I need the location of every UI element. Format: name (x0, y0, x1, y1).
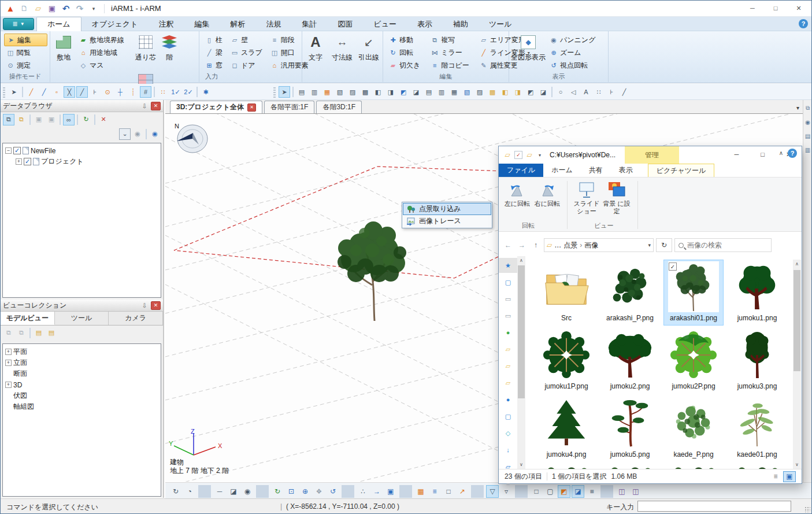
slab-button[interactable]: ▭スラブ (228, 46, 265, 59)
remove-filter-icon[interactable]: ✕ (98, 114, 109, 125)
view-list-icon[interactable]: ≡ (428, 485, 441, 498)
point-snap-icon[interactable]: ┼ (114, 86, 126, 98)
intersection-snap-icon[interactable]: ╳ (64, 86, 75, 98)
binoculars-icon[interactable]: ◉ (132, 128, 143, 140)
details-view-button[interactable]: ≡ (769, 471, 782, 482)
panel-close-button[interactable]: ✕ (151, 102, 161, 110)
panel-close-button[interactable]: ✕ (151, 301, 161, 310)
priority-1-icon[interactable]: 1✓ (170, 86, 181, 98)
view-tab-floor-plan-1f[interactable]: 各階平面:1F (264, 101, 314, 113)
new-view-list-icon[interactable]: ▤ (33, 327, 45, 339)
file-item[interactable]: kaede_P.png (663, 396, 724, 462)
face-blue-icon[interactable]: ◪ (572, 485, 584, 498)
filter-column-icon[interactable]: ▧ (334, 86, 346, 98)
new-folder-icon[interactable]: ▱ (524, 150, 535, 160)
unlock-icon[interactable]: ▣ (46, 114, 57, 125)
window-button[interactable]: ⊞窓 (203, 59, 225, 72)
explorer-tab-view[interactable]: 表示 (611, 164, 641, 177)
filter-slab-icon[interactable]: ▩ (359, 86, 371, 98)
downloads-icon[interactable]: ↓ (499, 442, 517, 457)
filter-dimension-icon[interactable]: ⊦ (606, 86, 617, 98)
grid-axis-button[interactable]: 通り芯 (132, 31, 159, 69)
this-pc-icon[interactable]: ▢ (499, 409, 517, 424)
file-item[interactable]: ✓ arakashi01.png (663, 260, 724, 326)
explorer-tab-picture-tools[interactable]: ピクチャツール (648, 164, 715, 177)
folder-3-icon[interactable]: ▱ (499, 375, 517, 390)
filter-mass-icon[interactable]: ▦ (448, 86, 460, 98)
app-menu-button[interactable]: ≣▼ (3, 18, 34, 30)
tab-tools[interactable]: ツール (55, 312, 109, 325)
properties-check-icon[interactable]: ✓ (514, 151, 522, 159)
tab-tally[interactable]: 集計 (291, 17, 327, 31)
cube-view-icon[interactable]: □ (530, 485, 543, 498)
folder-2-icon[interactable]: ▱ (499, 358, 517, 374)
browse-mode-button[interactable]: ◫閲覧 (4, 46, 47, 59)
filter-furniture-icon[interactable]: ◧ (499, 86, 511, 98)
qat-more-icon[interactable]: ▾ (535, 150, 545, 160)
mass-button[interactable]: ◇マス (77, 59, 132, 72)
layout-tiles-icon[interactable]: ▦ (414, 485, 427, 498)
site-boundary-button[interactable]: ▰敷地境界線 (77, 34, 132, 46)
onedrive-icon[interactable]: ● (499, 392, 517, 407)
lock-icon[interactable]: ▣ (33, 114, 45, 125)
filter-line-icon[interactable]: ╱ (618, 86, 630, 98)
tree-item-project[interactable]: + ✓ プロジェクト (3, 156, 161, 167)
link-icon[interactable]: ∞ (63, 114, 75, 125)
copy-button[interactable]: ⧉複写 (428, 34, 474, 46)
breadcrumb-current[interactable]: 画像 (584, 241, 598, 250)
search-in-doc-icon[interactable]: ◉ (149, 128, 161, 140)
view-item-framing-plan[interactable]: 伏図 (3, 390, 161, 401)
drive-2-icon[interactable]: ▭ (499, 308, 517, 323)
up-icon[interactable]: ↑ (530, 239, 542, 251)
scrollbar-thumb[interactable] (794, 270, 800, 371)
save-image-icon[interactable]: ◫ (629, 485, 642, 498)
scroll-up-icon[interactable]: ∧ (793, 260, 801, 268)
thumbnail-view-button[interactable]: ▣ (783, 471, 796, 482)
filter-generic-icon[interactable]: ▦ (321, 86, 333, 98)
flythrough-icon[interactable]: → (370, 485, 383, 498)
panning-button[interactable]: ◉パンニング (547, 34, 605, 46)
filter-window-icon[interactable]: ◩ (398, 86, 409, 98)
refresh-tree-icon[interactable]: ↻ (80, 114, 92, 125)
floor-button[interactable]: 階 (159, 31, 180, 69)
pane-search-icon[interactable]: ◉ (803, 116, 812, 128)
quick-access-icon[interactable]: ★ (499, 258, 517, 273)
filter-fixture-icon[interactable]: ▩ (487, 86, 498, 98)
filter-beam-icon[interactable]: ▨ (347, 86, 358, 98)
endpoint-snap-icon[interactable]: ╱ (25, 86, 37, 98)
refresh-view-icon[interactable]: ↻ (271, 485, 284, 498)
tab-auxiliary[interactable]: 補助 (443, 17, 479, 31)
rotate-button[interactable]: ↻回転 (387, 46, 425, 59)
back-icon[interactable]: ← (502, 239, 514, 251)
perspective-icon[interactable]: ▽ (486, 485, 499, 498)
tab-list-dropdown[interactable]: ▾ (796, 105, 799, 111)
explorer-tab-home[interactable]: ホーム (543, 164, 581, 177)
tab-analysis[interactable]: 解析 (220, 17, 255, 31)
snap-settings-icon[interactable]: ✱ (200, 86, 212, 98)
tab-drawing[interactable]: 図面 (327, 17, 363, 31)
menu-item-image-trace[interactable]: 画像トレース (403, 215, 491, 227)
expander-icon[interactable]: + (5, 360, 12, 366)
menu-item-import-entourage[interactable]: 点景取り込み (403, 203, 491, 215)
priority-2-icon[interactable]: 2✓ (183, 86, 194, 98)
breadcrumb[interactable]: ▱ … 点景 › 画像 ▾ (544, 238, 654, 252)
select-arrow-icon[interactable]: ➤ (8, 86, 20, 98)
scroll-up-icon[interactable]: ∧ (517, 256, 525, 265)
tree-structure-2-icon[interactable]: ⧉ (16, 114, 27, 125)
pin-icon[interactable]: ⇩ (140, 301, 149, 310)
file-checkbox[interactable]: ✓ (669, 262, 677, 271)
view-tab-floor-3d-1f[interactable]: 各階3D:1F (316, 101, 362, 113)
quickbar-more-icon[interactable]: ▾ (87, 3, 100, 14)
highlight-icon[interactable]: ◉ (241, 485, 254, 498)
ribbon-collapse-icon[interactable]: ∧ (779, 150, 783, 156)
door-button[interactable]: ◻ドア (228, 59, 265, 72)
walkthrough-icon[interactable]: ∴ (357, 485, 369, 498)
scroll-down-icon[interactable]: ∨ (517, 460, 525, 469)
file-scrollbar[interactable]: ∧ ∨ (793, 260, 801, 469)
beam-button[interactable]: ╱梁 (203, 46, 225, 59)
manage-contextual-tab[interactable]: 管理 (625, 146, 679, 164)
view-tab-3d-project[interactable]: 3D:プロジェクト全体✕ (170, 101, 262, 113)
shade-mode-icon[interactable]: ◪ (227, 485, 240, 498)
view-item-plan[interactable]: + 平面 (3, 346, 161, 357)
tree-item-newfile[interactable]: − ✓ NewFile (3, 145, 161, 156)
